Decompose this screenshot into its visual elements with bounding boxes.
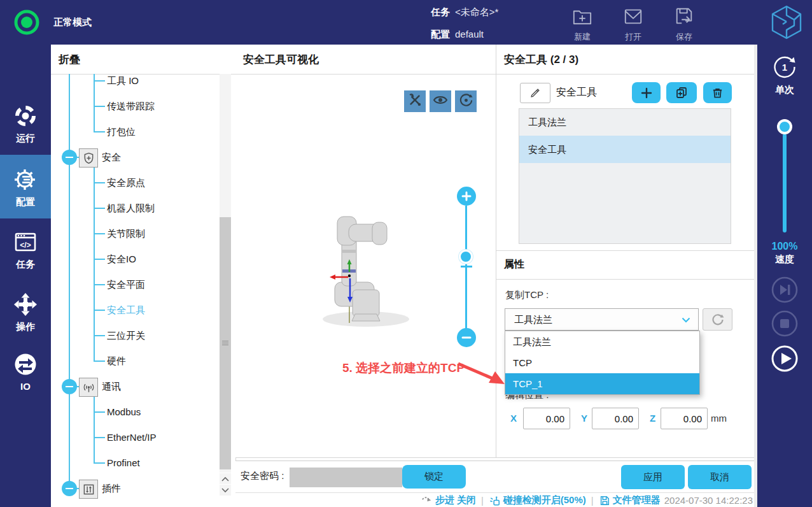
- plugin-icon: [79, 480, 98, 499]
- collapse-toggle-icon[interactable]: [62, 481, 77, 496]
- tool-list-item[interactable]: 工具法兰: [519, 109, 731, 136]
- tutorial-annotation: 5. 选择之前建立的TCP: [342, 360, 465, 376]
- safety-password-input[interactable]: [290, 468, 402, 487]
- tree-scroll-down-button[interactable]: [220, 485, 231, 496]
- dropdown-option-TCP_1[interactable]: TCP_1: [505, 373, 699, 394]
- sidebar-item-operate[interactable]: 操作: [0, 289, 51, 342]
- tools-button[interactable]: [404, 90, 426, 112]
- tree-item-安全工具[interactable]: 安全工具: [51, 297, 218, 323]
- properties-title: 属性: [504, 258, 524, 271]
- tool-list-item[interactable]: 安全工具: [519, 136, 731, 163]
- sidebar-item-config[interactable]: 配置: [0, 155, 51, 218]
- copy-tcp-select[interactable]: 工具法兰: [505, 308, 699, 331]
- svg-text:</>: </>: [20, 241, 31, 250]
- copy-tcp-dropdown: 工具法兰TCPTCP_1: [505, 331, 700, 395]
- tree-item-Modbus[interactable]: Modbus: [51, 399, 218, 425]
- delete-tool-button[interactable]: [703, 82, 732, 103]
- pencil-icon: [529, 87, 541, 99]
- refresh-tcp-button[interactable]: [703, 308, 732, 331]
- clock: 2024-07-30 14:22:23: [664, 495, 753, 506]
- tree-item-插件[interactable]: 插件: [51, 476, 218, 501]
- zoom-in-button[interactable]: [457, 187, 476, 206]
- collapse-toggle-icon[interactable]: [62, 150, 77, 165]
- tree-item-安全IO[interactable]: 安全IO: [51, 246, 218, 272]
- tree-item-通讯[interactable]: 通讯: [51, 374, 218, 399]
- tree-item-安全原点[interactable]: 安全原点: [51, 170, 218, 196]
- tree-item-打包位[interactable]: 打包位: [51, 119, 218, 145]
- save-icon: [674, 4, 694, 29]
- sidebar-item-io[interactable]: IO: [0, 349, 51, 403]
- tree-item-机器人限制[interactable]: 机器人限制: [51, 196, 218, 221]
- io-icon: [13, 352, 38, 377]
- chevron-down-icon: [682, 317, 690, 323]
- orbit-button[interactable]: [455, 90, 477, 112]
- tree-item-传送带跟踪[interactable]: 传送带跟踪: [51, 94, 218, 119]
- sidebar-item-run[interactable]: 运行: [0, 101, 51, 154]
- config-icon: [13, 167, 38, 192]
- top-bar: 正常模式 任务 <未命名>* 配置 default 新建打开保存: [0, 0, 812, 45]
- tree-body: 工具 IO传送带跟踪打包位安全安全原点机器人限制关节限制安全IO安全平面安全工具…: [51, 45, 235, 507]
- safety-tool-panel: 安全工具 (2 / 3) 安全工具: [496, 45, 754, 458]
- step-forward-button[interactable]: [771, 276, 799, 304]
- bottom-action-band: 安全密码 : 锁定 应用 取消: [235, 461, 754, 493]
- speed-label: 速度: [757, 254, 812, 266]
- tree-item-EtherNet/IP[interactable]: EtherNet/IP: [51, 425, 218, 450]
- robot-3d-view[interactable]: [312, 213, 426, 331]
- tree-scrollbar-thumb[interactable]: [220, 217, 231, 469]
- tree-item-安全平面[interactable]: 安全平面: [51, 272, 218, 297]
- add-tool-button[interactable]: [632, 82, 661, 103]
- cycle-count-icon[interactable]: 1: [771, 54, 798, 80]
- tree-item-安全[interactable]: 安全: [51, 145, 218, 170]
- play-button[interactable]: [771, 345, 799, 373]
- stop-button[interactable]: [771, 310, 799, 338]
- speed-slider-track[interactable]: [783, 134, 787, 232]
- duplicate-icon: [675, 87, 688, 99]
- left-nav: 运行配置</>任务操作IO 568E: [0, 45, 51, 507]
- plus-icon: [461, 191, 472, 201]
- tool-panel-title: 安全工具 (2 / 3): [504, 52, 578, 67]
- file-manager-link[interactable]: 文件管理器: [613, 494, 661, 506]
- tree-item-工具-IO[interactable]: 工具 IO: [51, 68, 218, 94]
- tool-name-value: 安全工具: [556, 83, 597, 102]
- config-label: 配置: [431, 29, 450, 41]
- speed-value: 100%: [757, 241, 812, 252]
- open-button[interactable]: 打开: [608, 4, 659, 42]
- status-bar: 步进 关闭 | 碰撞检测开启(50%) | 文件管理器 2024-07-30 1…: [235, 492, 754, 507]
- new-button[interactable]: 新建: [557, 4, 608, 42]
- config-tree-panel: 折叠 工具 IO传送带跟踪打包位安全安全原点机器人限制关节限制安全IO安全平面安…: [51, 45, 236, 507]
- zoom-slider-handle[interactable]: [459, 250, 473, 264]
- tree-item-三位开关[interactable]: 三位开关: [51, 323, 218, 348]
- visibility-button[interactable]: [430, 90, 451, 112]
- tree-scroll-up-button[interactable]: [220, 473, 231, 484]
- position-input-y[interactable]: [592, 408, 639, 429]
- axis-label-Y: Y: [581, 408, 587, 429]
- task-value: <未命名>*: [455, 6, 498, 18]
- tree-item-Profinet[interactable]: Profinet: [51, 450, 218, 476]
- step-status[interactable]: 步进 关闭: [435, 494, 476, 506]
- minus-icon: [461, 332, 472, 343]
- task-label: 任务: [431, 6, 450, 18]
- copy-tool-button[interactable]: [666, 82, 697, 103]
- collision-status[interactable]: 碰撞检测开启(50%): [503, 494, 586, 506]
- position-input-z[interactable]: [661, 408, 708, 429]
- lock-button[interactable]: 锁定: [402, 465, 466, 489]
- dropdown-option-工具法兰[interactable]: 工具法兰: [505, 331, 699, 352]
- dropdown-option-TCP[interactable]: TCP: [505, 352, 699, 373]
- speed-slider-handle[interactable]: [777, 119, 792, 134]
- viewport-title: 安全工具可视化: [243, 52, 319, 67]
- trash-icon: [711, 87, 724, 99]
- rename-tool-button[interactable]: [520, 83, 550, 103]
- chevron-down-icon: [221, 488, 229, 493]
- sidebar-item-task[interactable]: </>任务: [0, 225, 51, 278]
- save-button[interactable]: 保存: [659, 4, 710, 42]
- collapse-toggle-icon[interactable]: [62, 379, 77, 394]
- apply-button[interactable]: 应用: [621, 465, 685, 489]
- run-icon: [13, 103, 38, 129]
- zoom-out-button[interactable]: [457, 328, 476, 347]
- cancel-button[interactable]: 取消: [688, 465, 752, 489]
- position-input-x[interactable]: [523, 408, 570, 429]
- axis-label-Z: Z: [650, 408, 655, 429]
- cycle-mode-label: 单次: [757, 84, 812, 96]
- tree-item-硬件[interactable]: 硬件: [51, 348, 218, 374]
- tree-item-关节限制[interactable]: 关节限制: [51, 221, 218, 246]
